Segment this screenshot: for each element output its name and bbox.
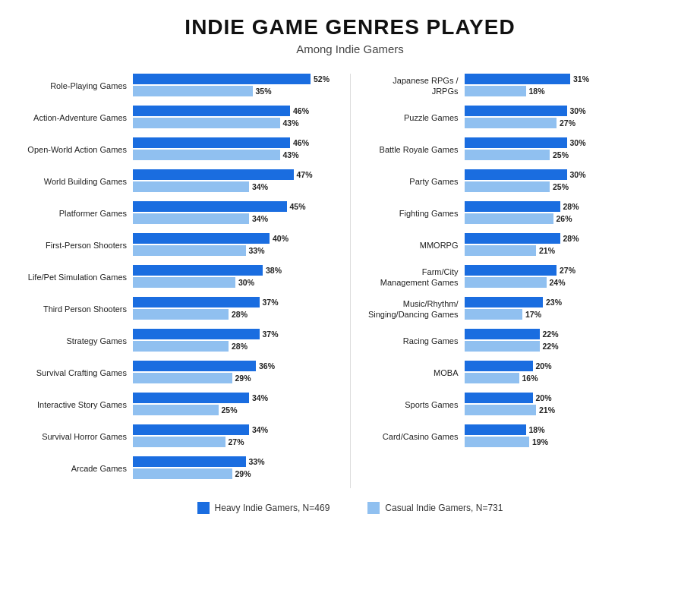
bar-label: Survival Horror Games <box>23 431 133 442</box>
bar-label: Japanese RPGs / JRPGs <box>366 75 465 97</box>
bar-label: Card/Casino Games <box>366 431 465 442</box>
bar-label: MMORPG <box>366 240 465 251</box>
heavy-bar <box>465 106 567 116</box>
bar-label: Puzzle Games <box>366 112 465 123</box>
bars-area: 30%25% <box>465 169 678 194</box>
legend-dark-box <box>197 502 210 514</box>
bar-label: Life/Pet Simulation Games <box>23 272 133 282</box>
bar-row-dark: Platformer Games45%34% <box>23 201 335 226</box>
casual-pct: 34% <box>252 214 268 223</box>
casual-pct: 25% <box>553 150 569 159</box>
legend-heavy: Heavy Indie Gamers, N=469 <box>197 502 330 514</box>
casual-pct: 21% <box>539 246 555 255</box>
bar-row-dark: Survival Horror Games34%27% <box>23 424 335 449</box>
heavy-pct: 30% <box>570 106 586 115</box>
heavy-bar <box>133 201 287 212</box>
legend-casual-label: Casual Indie Gamers, N=731 <box>385 503 503 513</box>
heavy-pct: 52% <box>314 74 330 84</box>
bar-group: Interactive Story Games34%25% <box>23 393 335 417</box>
bar-label: Interactive Story Games <box>23 399 133 410</box>
bars-area: 20%16% <box>465 361 678 385</box>
bar-group: Racing Games22%22% <box>366 329 678 353</box>
heavy-pct: 40% <box>273 234 289 243</box>
casual-bar <box>133 86 253 96</box>
bar-group: Puzzle Games30%27% <box>366 106 678 130</box>
bar-row-dark: Arcade Games33%29% <box>23 456 335 481</box>
bar-group: World Building Games47%34% <box>23 169 335 194</box>
bar-row-dark: Action-Adventure Games46%43% <box>23 106 335 130</box>
casual-pct: 35% <box>256 87 272 96</box>
casual-pct: 24% <box>550 278 566 287</box>
heavy-bar <box>465 201 560 212</box>
bar-row-dark: Farm/City Management Games27%24% <box>366 265 678 289</box>
bars-area: 37%28% <box>133 297 335 321</box>
heavy-bar <box>465 361 533 371</box>
bar-group: MMORPG28%21% <box>366 233 678 257</box>
bar-group: Survival Horror Games34%27% <box>23 424 335 449</box>
casual-pct: 43% <box>283 150 299 159</box>
casual-bar <box>465 86 526 96</box>
casual-pct: 29% <box>235 469 251 478</box>
bar-label: Strategy Games <box>23 336 133 346</box>
casual-bar <box>465 309 523 320</box>
bar-group: MOBA20%16% <box>366 361 678 385</box>
column-divider <box>350 74 351 488</box>
casual-pct: 22% <box>543 342 559 351</box>
casual-bar <box>133 405 219 415</box>
bar-label: Role-Playing Games <box>23 80 133 91</box>
casual-bar <box>133 150 280 160</box>
bar-group: Card/Casino Games18%19% <box>366 424 678 449</box>
bar-label: Racing Games <box>366 336 465 346</box>
heavy-pct: 38% <box>266 266 282 275</box>
heavy-bar <box>465 393 533 403</box>
left-column: Role-Playing Games52%35%Action-Adventure… <box>23 74 335 488</box>
heavy-bar <box>133 137 290 148</box>
bar-row-dark: Open-World Action Games46%43% <box>23 137 335 162</box>
casual-pct: 25% <box>553 182 569 191</box>
bars-area: 22%22% <box>465 329 678 353</box>
bars-area: 20%21% <box>465 393 678 417</box>
heavy-bar <box>133 169 294 180</box>
heavy-bar <box>133 393 249 403</box>
heavy-bar <box>133 329 260 339</box>
bars-area: 23%17% <box>465 297 678 321</box>
heavy-pct: 34% <box>252 425 268 434</box>
casual-bar <box>133 245 246 256</box>
bars-area: 46%43% <box>133 137 335 162</box>
bars-area: 40%33% <box>133 233 335 257</box>
casual-bar <box>465 277 547 288</box>
heavy-pct: 28% <box>563 234 579 243</box>
bars-area: 27%24% <box>465 265 678 289</box>
bar-label: Third Person Shooters <box>23 304 133 314</box>
heavy-pct: 34% <box>252 393 268 402</box>
bar-row-dark: World Building Games47%34% <box>23 169 335 194</box>
casual-pct: 16% <box>522 374 538 383</box>
bar-group: First-Person Shooters40%33% <box>23 233 335 257</box>
heavy-bar <box>465 424 526 435</box>
casual-pct: 25% <box>222 405 238 415</box>
bar-group: Arcade Games33%29% <box>23 456 335 481</box>
heavy-bar <box>465 329 540 339</box>
bar-row-dark: Racing Games22%22% <box>366 329 678 353</box>
casual-pct: 33% <box>249 246 265 255</box>
bar-label: Fighting Games <box>366 208 465 219</box>
right-column: Japanese RPGs / JRPGs31%18%Puzzle Games3… <box>366 74 678 488</box>
bar-row-dark: Music/Rhythm/ Singing/Dancing Games23%17… <box>366 297 678 321</box>
casual-pct: 28% <box>232 310 248 319</box>
heavy-pct: 46% <box>293 138 309 147</box>
bar-label: World Building Games <box>23 176 133 187</box>
bar-group: Music/Rhythm/ Singing/Dancing Games23%17… <box>366 297 678 321</box>
bar-row-dark: Role-Playing Games52%35% <box>23 74 335 98</box>
bar-group: Platformer Games45%34% <box>23 201 335 226</box>
bars-area: 34%27% <box>133 424 335 449</box>
heavy-pct: 33% <box>249 457 265 466</box>
bars-area: 45%34% <box>133 201 335 226</box>
bar-label: Party Games <box>366 176 465 187</box>
heavy-pct: 30% <box>570 170 586 179</box>
casual-pct: 30% <box>238 278 254 287</box>
casual-bar <box>465 373 519 383</box>
heavy-bar <box>133 424 249 435</box>
casual-bar <box>133 309 229 320</box>
bar-row-dark: Fighting Games28%26% <box>366 201 678 226</box>
bars-area: 52%35% <box>133 74 335 98</box>
